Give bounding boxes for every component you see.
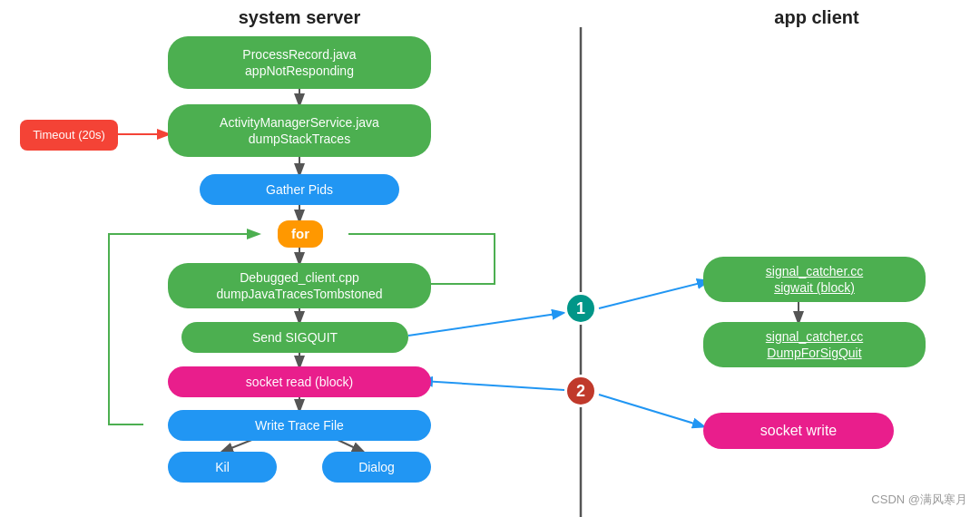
svg-line-14 [599,395,703,426]
circle-2: 2 [564,375,597,407]
svg-line-8 [222,439,254,452]
activity-manager-node: ActivityManagerService.java dumpStackTra… [168,104,431,157]
gather-pids-node: Gather Pids [200,174,399,205]
write-trace-node: Write Trace File [168,410,431,441]
svg-line-9 [336,439,363,452]
send-sigquit-node: Send SIGQUIT [181,322,408,353]
kil-node: Kil [168,452,277,483]
svg-line-12 [599,281,708,308]
app-client-label: app client [744,7,889,28]
circle-1: 1 [564,292,597,325]
socket-write-node: socket write [703,413,894,449]
debugged-client-node: Debugged_client.cpp dumpJavaTracesTombst… [168,263,431,308]
process-record-node: ProcessRecord.java appNotResponding [168,36,431,89]
signal-catcher-dump-node: signal_catcher.cc DumpForSigQuit [703,322,926,367]
svg-line-13 [422,381,564,390]
dialog-node: Dialog [322,452,431,483]
svg-line-11 [408,313,563,336]
for-loop-node: for [278,220,323,248]
system-server-label: system server [209,7,390,28]
timeout-node: Timeout (20s) [20,120,118,151]
socket-read-node: socket read (block) [168,366,431,397]
signal-catcher-sigwait-node: signal_catcher.cc sigwait (block) [703,257,926,302]
watermark: CSDN @满风寒月 [871,492,967,508]
diagram-container: system server app client [0,0,980,517]
